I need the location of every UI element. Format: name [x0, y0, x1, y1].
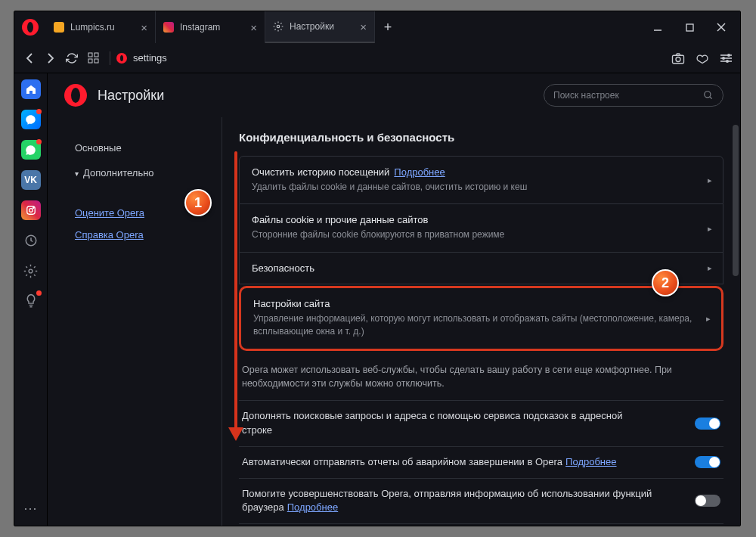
- svg-point-10: [676, 57, 680, 61]
- svg-point-16: [726, 60, 729, 63]
- sidebar-messenger-icon[interactable]: [21, 110, 41, 129]
- close-icon[interactable]: ×: [354, 20, 367, 33]
- svg-line-23: [710, 97, 712, 99]
- close-icon[interactable]: ×: [135, 21, 147, 34]
- svg-point-0: [277, 25, 280, 28]
- learn-more-link[interactable]: Подробнее: [394, 166, 445, 178]
- toggle-crash-reports[interactable]: [695, 456, 720, 468]
- svg-point-14: [727, 54, 730, 57]
- search-placeholder: Поиск настроек: [553, 90, 703, 101]
- sidebar-bulb-icon[interactable]: [21, 291, 41, 311]
- nav-basic[interactable]: Основные: [75, 135, 222, 160]
- reload-button[interactable]: [61, 48, 82, 69]
- close-icon[interactable]: ×: [244, 21, 257, 34]
- svg-point-21: [29, 269, 33, 273]
- svg-rect-7: [88, 59, 92, 63]
- snapshot-icon[interactable]: [671, 52, 685, 64]
- svg-rect-2: [686, 24, 693, 31]
- rate-opera-link[interactable]: Оцените Opera: [75, 202, 222, 224]
- chevron-right-icon: ▸: [708, 175, 712, 185]
- sidebar-whatsapp-icon[interactable]: [21, 140, 41, 160]
- svg-rect-8: [94, 59, 98, 63]
- section-heading: Конфиденциальность и безопасность: [239, 131, 723, 144]
- tab-label: Настройки: [290, 21, 334, 32]
- scrollbar-thumb[interactable]: [733, 125, 739, 276]
- chevron-right-icon: ▸: [706, 313, 711, 323]
- opera-logo-icon: [64, 84, 87, 107]
- option-autocomplete: Дополнять поисковые запросы и адреса с п…: [239, 400, 723, 446]
- minimize-button[interactable]: [642, 11, 674, 43]
- services-note: Opera может использовать веб-службы, что…: [239, 352, 723, 401]
- card-cookies[interactable]: Файлы cookie и прочие данные сайтов Стор…: [239, 204, 723, 252]
- speed-dial-button[interactable]: [82, 48, 104, 69]
- nav-advanced[interactable]: Дополнительно: [75, 160, 222, 185]
- tab-lumpics[interactable]: Lumpics.ru ×: [46, 11, 156, 43]
- tab-label: Instagram: [180, 22, 220, 33]
- sidebar-home-icon[interactable]: [21, 79, 41, 99]
- card-site-settings[interactable]: Настройки сайта Управление информацией, …: [239, 286, 723, 351]
- bookmark-icon[interactable]: [696, 52, 709, 64]
- opera-menu-button[interactable]: [14, 11, 46, 43]
- help-opera-link[interactable]: Справка Opera: [75, 224, 222, 246]
- tab-strip: Lumpics.ru × Instagram × Настройки × +: [46, 11, 642, 43]
- option-usage-stats: Помогите усовершенствовать Opera, отправ…: [239, 478, 723, 524]
- tab-label: Lumpics.ru: [70, 22, 115, 33]
- sidebar-history-icon[interactable]: [21, 231, 41, 250]
- tab-instagram[interactable]: Instagram ×: [156, 11, 265, 43]
- svg-point-15: [722, 57, 725, 60]
- page-header: Настройки Поиск настроек: [48, 73, 740, 117]
- svg-point-18: [29, 209, 33, 213]
- sidebar-instagram-icon[interactable]: [21, 200, 41, 220]
- nav-forward-button[interactable]: [40, 48, 61, 69]
- close-button[interactable]: [705, 11, 737, 43]
- address-bar: settings: [14, 43, 740, 73]
- svg-point-19: [33, 207, 33, 208]
- chevron-right-icon: ▸: [708, 223, 712, 233]
- svg-point-22: [705, 92, 711, 98]
- learn-more-link[interactable]: Подробнее: [287, 501, 338, 513]
- svg-rect-6: [94, 53, 98, 57]
- nav-back-button[interactable]: [19, 48, 40, 69]
- sidebar-vk-icon[interactable]: VK: [21, 170, 41, 190]
- settings-left-nav: Основные Дополнительно Оцените Opera Спр…: [48, 117, 222, 526]
- settings-search-input[interactable]: Поиск настроек: [544, 84, 723, 107]
- sidebar-settings-icon[interactable]: [21, 261, 41, 281]
- url-text: settings: [133, 52, 167, 64]
- page-title: Настройки: [98, 88, 164, 104]
- chevron-right-icon: ▸: [708, 263, 712, 273]
- learn-more-link[interactable]: Подробнее: [565, 456, 616, 467]
- svg-rect-5: [88, 53, 92, 57]
- search-icon: [703, 90, 714, 101]
- settings-pane[interactable]: Конфиденциальность и безопасность Очисти…: [222, 117, 740, 526]
- sidebar-more-icon[interactable]: ⋯: [21, 498, 41, 518]
- maximize-button[interactable]: [674, 11, 705, 43]
- sidebar-strip: VK ⋯: [14, 73, 48, 526]
- svg-rect-9: [673, 55, 684, 64]
- address-field[interactable]: settings: [116, 52, 671, 64]
- option-crash-reports: Автоматически отправлять отчеты об авари…: [239, 446, 723, 478]
- toggle-usage-stats[interactable]: [695, 495, 720, 507]
- tab-settings[interactable]: Настройки ×: [265, 11, 375, 43]
- option-malware-protection: Включить защиту от вредоносных сайтов: [239, 523, 723, 526]
- card-clear-history[interactable]: Очистить историю посещенийПодробнее Удал…: [239, 156, 723, 204]
- titlebar: Lumpics.ru × Instagram × Настройки × +: [14, 11, 740, 43]
- toggle-autocomplete[interactable]: [695, 417, 720, 430]
- card-security[interactable]: Безопасность ▸: [239, 253, 723, 284]
- easy-setup-icon[interactable]: [720, 53, 733, 64]
- new-tab-button[interactable]: +: [375, 11, 401, 43]
